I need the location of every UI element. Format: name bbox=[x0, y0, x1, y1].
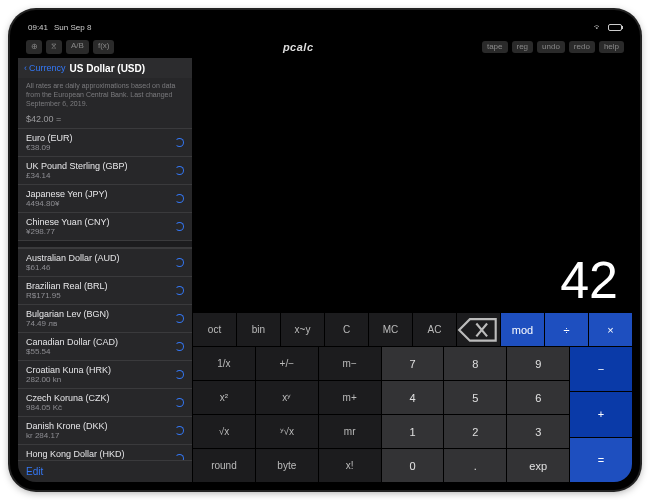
display-value: 42 bbox=[560, 254, 618, 306]
key-3[interactable]: 3 bbox=[506, 414, 569, 448]
currency-name: Czech Koruna (CZK) bbox=[26, 393, 110, 403]
key-x[interactable]: ʸ√x bbox=[255, 414, 318, 448]
currency-value: 282.00 kn bbox=[26, 375, 111, 384]
refresh-icon[interactable] bbox=[175, 426, 184, 435]
key-7[interactable]: 7 bbox=[381, 346, 444, 380]
key-0[interactable]: 0 bbox=[381, 448, 444, 482]
refresh-icon[interactable] bbox=[175, 138, 184, 147]
key-backspace[interactable] bbox=[456, 312, 500, 346]
wifi-icon: ᯤ bbox=[594, 23, 602, 32]
key-m[interactable]: m+ bbox=[318, 380, 381, 414]
currency-row[interactable]: Czech Koruna (CZK)984.05 Kč bbox=[18, 388, 192, 416]
key-x[interactable]: √x bbox=[192, 414, 255, 448]
key-oct[interactable]: oct bbox=[192, 312, 236, 346]
currency-row[interactable]: Canadian Dollar (CAD)$55.54 bbox=[18, 332, 192, 360]
back-button[interactable]: ‹ Currency bbox=[24, 63, 66, 73]
key-m[interactable]: m− bbox=[318, 346, 381, 380]
currency-row[interactable]: Euro (EUR)€38.09 bbox=[18, 128, 192, 156]
key-round[interactable]: round bbox=[192, 448, 255, 482]
key-5[interactable]: 5 bbox=[443, 380, 506, 414]
refresh-icon[interactable] bbox=[175, 222, 184, 231]
currency-row[interactable]: Brazilian Real (BRL)R$171.95 bbox=[18, 276, 192, 304]
key-c[interactable]: C bbox=[324, 312, 368, 346]
content-area: ‹ Currency US Dollar (USD) All rates are… bbox=[18, 58, 632, 482]
redo-button[interactable]: redo bbox=[569, 41, 595, 53]
currency-name: UK Pound Sterling (GBP) bbox=[26, 161, 128, 171]
ipad-device: 09:41 Sun Sep 8 ᯤ ⊕ ⧖ A/B f(x) pcalc tap… bbox=[10, 10, 640, 490]
key-mc[interactable]: MC bbox=[368, 312, 412, 346]
key-div[interactable]: ÷ bbox=[544, 312, 588, 346]
backspace-icon bbox=[457, 317, 500, 343]
currency-value: ¥298.77 bbox=[26, 227, 109, 236]
key-[interactable]: +/− bbox=[255, 346, 318, 380]
key-6[interactable]: 6 bbox=[506, 380, 569, 414]
key-exp[interactable]: exp bbox=[506, 448, 569, 482]
currency-name: Euro (EUR) bbox=[26, 133, 73, 143]
help-button[interactable]: help bbox=[599, 41, 624, 53]
key-[interactable]: . bbox=[443, 448, 506, 482]
status-bar: 09:41 Sun Sep 8 ᯤ bbox=[18, 18, 632, 36]
status-date: Sun Sep 8 bbox=[54, 23, 91, 32]
key-subtract[interactable]: − bbox=[569, 346, 632, 391]
refresh-icon[interactable] bbox=[175, 342, 184, 351]
tape-button[interactable]: tape bbox=[482, 41, 508, 53]
key-mr[interactable]: mr bbox=[318, 414, 381, 448]
refresh-icon[interactable] bbox=[175, 286, 184, 295]
key-x~y[interactable]: x~y bbox=[280, 312, 324, 346]
key-x[interactable]: xʸ bbox=[255, 380, 318, 414]
clock-icon[interactable]: ⧖ bbox=[46, 40, 62, 54]
currency-value: 984.05 Kč bbox=[26, 403, 110, 412]
key-bin[interactable]: bin bbox=[236, 312, 280, 346]
undo-button[interactable]: undo bbox=[537, 41, 565, 53]
currency-row[interactable]: Hong Kong Dollar (HKD)$329.26 bbox=[18, 444, 192, 460]
key-equals[interactable]: = bbox=[569, 437, 632, 482]
list-separator bbox=[18, 240, 192, 248]
fx-button[interactable]: f(x) bbox=[93, 40, 115, 54]
key-ac[interactable]: AC bbox=[412, 312, 456, 346]
edit-button[interactable]: Edit bbox=[18, 460, 192, 482]
currency-value: £34.14 bbox=[26, 171, 128, 180]
key-add[interactable]: + bbox=[569, 391, 632, 436]
key-1[interactable]: 1 bbox=[381, 414, 444, 448]
battery-icon bbox=[608, 24, 622, 31]
currency-row[interactable]: Danish Krone (DKK)kr 284.17 bbox=[18, 416, 192, 444]
key-8[interactable]: 8 bbox=[443, 346, 506, 380]
currency-list[interactable]: Euro (EUR)€38.09UK Pound Sterling (GBP)£… bbox=[18, 128, 192, 460]
currency-value: 4494.80¥ bbox=[26, 199, 108, 208]
refresh-icon[interactable] bbox=[175, 194, 184, 203]
currency-row[interactable]: Bulgarian Lev (BGN)74.49 лв bbox=[18, 304, 192, 332]
currency-value: $61.46 bbox=[26, 263, 120, 272]
currency-row[interactable]: Croatian Kuna (HRK)282.00 kn bbox=[18, 360, 192, 388]
key-x[interactable]: x! bbox=[318, 448, 381, 482]
rate-note: All rates are daily approximations based… bbox=[18, 78, 192, 112]
currency-row[interactable]: UK Pound Sterling (GBP)£34.14 bbox=[18, 156, 192, 184]
currency-row[interactable]: Australian Dollar (AUD)$61.46 bbox=[18, 248, 192, 276]
key-x[interactable]: x² bbox=[192, 380, 255, 414]
currency-name: Australian Dollar (AUD) bbox=[26, 253, 120, 263]
key-2[interactable]: 2 bbox=[443, 414, 506, 448]
refresh-icon[interactable] bbox=[175, 314, 184, 323]
refresh-icon[interactable] bbox=[175, 166, 184, 175]
key-byte[interactable]: byte bbox=[255, 448, 318, 482]
base-amount: $42.00 = bbox=[18, 112, 192, 128]
chevron-left-icon: ‹ bbox=[24, 63, 27, 73]
key-4[interactable]: 4 bbox=[381, 380, 444, 414]
refresh-icon[interactable] bbox=[175, 370, 184, 379]
refresh-icon[interactable] bbox=[175, 258, 184, 267]
currency-name: Chinese Yuan (CNY) bbox=[26, 217, 109, 227]
currency-row[interactable]: Japanese Yen (JPY)4494.80¥ bbox=[18, 184, 192, 212]
currency-name: Brazilian Real (BRL) bbox=[26, 281, 108, 291]
mode-button[interactable]: A/B bbox=[66, 40, 89, 54]
reg-button[interactable]: reg bbox=[512, 41, 534, 53]
back-label: Currency bbox=[29, 63, 66, 73]
key-9[interactable]: 9 bbox=[506, 346, 569, 380]
key-mod[interactable]: mod bbox=[500, 312, 544, 346]
currency-name: Hong Kong Dollar (HKD) bbox=[26, 449, 125, 459]
key-1x[interactable]: 1/x bbox=[192, 346, 255, 380]
calculator-area: 42 octbinx~yCMCACmod÷× 1/x+/−m−789 x²xʸm… bbox=[192, 58, 632, 482]
settings-icon[interactable]: ⊕ bbox=[26, 40, 42, 54]
key-mul[interactable]: × bbox=[588, 312, 632, 346]
app-title: pcalc bbox=[283, 41, 314, 53]
currency-row[interactable]: Chinese Yuan (CNY)¥298.77 bbox=[18, 212, 192, 240]
refresh-icon[interactable] bbox=[175, 398, 184, 407]
